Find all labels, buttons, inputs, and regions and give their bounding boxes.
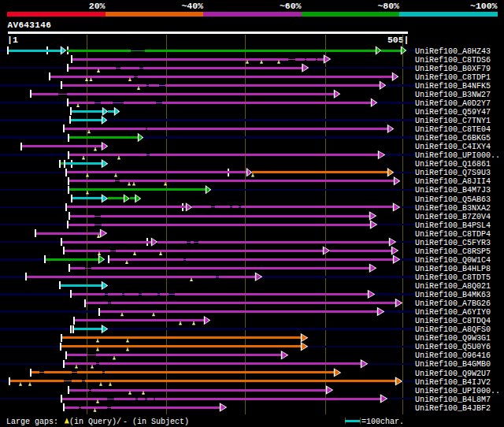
svg-text:UniRef100_Q9W2U7: UniRef100_Q9W2U7 [415,369,491,378]
svg-text:UniRef100_A8Q021: UniRef100_A8Q021 [415,282,491,291]
svg-text:20%: 20% [89,1,106,11]
svg-text:UniRef100_C7TNY1: UniRef100_C7TNY1 [415,117,491,125]
svg-text:UniRef100_B4PSL4: UniRef100_B4PSL4 [415,221,491,230]
svg-text:~40%: ~40% [181,1,203,11]
svg-text:UniRef100_C8TDQ4: UniRef100_C8TDQ4 [415,317,491,325]
svg-text:UniRef100_Q9W3G1: UniRef100_Q9W3G1 [415,334,491,343]
svg-text:UniRef100_Q5AB63: UniRef100_Q5AB63 [415,195,491,204]
svg-text:UniRef100_Q59Y47: UniRef100_Q59Y47 [415,108,491,117]
svg-text:UniRef100_B0XF79: UniRef100_B0XF79 [415,65,491,73]
svg-text:~60%: ~60% [280,1,302,11]
svg-text:UniRef100_B4GMB0: UniRef100_B4GMB0 [415,360,491,369]
svg-text:UniRef100_C8TDT5: UniRef100_C8TDT5 [415,273,491,282]
svg-text:UniRef100_B4L8M7: UniRef100_B4L8M7 [415,395,491,404]
svg-text:(in Subject): (in Subject) [128,418,189,426]
svg-text:UniRef100_B3NW27: UniRef100_B3NW27 [415,91,491,99]
svg-text:UniRef100_A8HZ43: UniRef100_A8HZ43 [415,47,491,56]
svg-text:|1: |1 [7,35,18,45]
svg-text:~100%: ~100% [470,1,498,11]
svg-text:AV643146: AV643146 [8,20,52,30]
svg-text:UniRef100_A0D2Y7: UniRef100_A0D2Y7 [415,99,491,108]
svg-text:UniRef100_B3NXA2: UniRef100_B3NXA2 [415,204,491,213]
svg-text:UniRef100_C8TDP1: UniRef100_C8TDP1 [415,73,491,82]
svg-text:UniRef100_B4JBF2: UniRef100_B4JBF2 [415,404,491,413]
svg-text:Large gaps:: Large gaps: [6,418,63,426]
svg-text:UniRef100_B4M7J3: UniRef100_B4M7J3 [415,186,491,195]
svg-text:UniRef100_UPI000..: UniRef100_UPI000.. [415,387,500,395]
svg-text:UniRef100_A8JII4: UniRef100_A8JII4 [415,177,491,186]
svg-text:~80%: ~80% [377,1,399,11]
svg-text:505|: 505| [387,35,410,45]
svg-text:UniRef100_B4NFK5: UniRef100_B4NFK5 [415,82,491,91]
svg-text:-: - [123,418,128,426]
svg-text:UniRef100_C8TDP4: UniRef100_C8TDP4 [415,230,491,239]
svg-text:UniRef100_A8QFS0: UniRef100_A8QFS0 [415,325,491,334]
svg-text:UniRef100_Q7S9U3: UniRef100_Q7S9U3 [415,169,491,177]
svg-text:=100char.: =100char. [361,418,404,426]
svg-text:UniRef100_C8TE04: UniRef100_C8TE04 [415,125,491,134]
svg-text:UniRef100_B4MK63: UniRef100_B4MK63 [415,291,491,299]
svg-text:UniRef100_C6BKG5: UniRef100_C6BKG5 [415,134,491,143]
svg-text:UniRef100_A7BG26: UniRef100_A7BG26 [415,299,491,308]
svg-text:UniRef100_B7Z0V4: UniRef100_B7Z0V4 [415,213,491,221]
svg-text:UniRef100_A6YIY0: UniRef100_A6YIY0 [415,308,491,317]
svg-text:UniRef100_Q5U0Y6: UniRef100_Q5U0Y6 [415,343,491,351]
svg-text:UniRef100_Q16861: UniRef100_Q16861 [415,160,491,169]
svg-text:UniRef100_C8RSP5: UniRef100_C8RSP5 [415,247,491,256]
svg-text:UniRef100_C5FYR3: UniRef100_C5FYR3 [415,239,491,247]
svg-text:UniRef100_C8TDS6: UniRef100_C8TDS6 [415,56,491,65]
svg-text:UniRef100_O96416: UniRef100_O96416 [415,351,491,360]
svg-text:UniRef100_B4HLP8: UniRef100_B4HLP8 [415,265,491,273]
svg-text:(in Query)/: (in Query)/ [69,418,121,426]
svg-text:UniRef100_Q0W1C4: UniRef100_Q0W1C4 [415,256,491,265]
svg-text:UniRef100_UPI000..: UniRef100_UPI000.. [415,151,500,160]
svg-text:UniRef100_C4IXY4: UniRef100_C4IXY4 [415,143,491,151]
svg-text:UniRef100_B4IJV2: UniRef100_B4IJV2 [415,378,491,387]
